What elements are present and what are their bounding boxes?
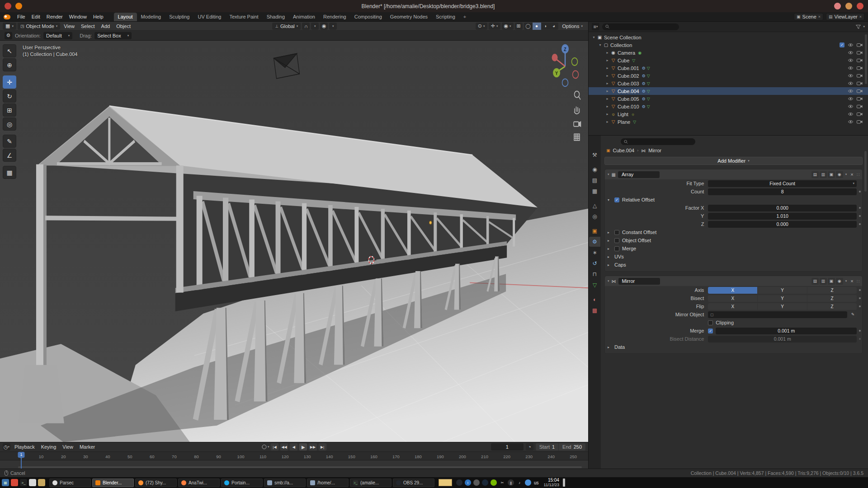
mirror-object-field[interactable]: ▢ xyxy=(708,311,847,318)
properties-tab-render[interactable]: ◉ xyxy=(589,164,600,174)
workspace-tab-geometry-nodes[interactable]: Geometry Nodes xyxy=(386,13,432,21)
transport-play-reverse[interactable]: ◀ xyxy=(290,443,298,450)
workspace-tab-modeling[interactable]: Modeling xyxy=(137,13,165,21)
mirror-extras-dropdown[interactable]: ▾ xyxy=(845,279,847,283)
add-workspace-button[interactable]: + xyxy=(459,13,470,21)
tool-settings-icon[interactable]: ⚙ xyxy=(5,32,12,39)
outliner-row-cube-001[interactable]: ▸▽Cube.001⚙▽ xyxy=(589,64,868,72)
viewport-menu-view[interactable]: View xyxy=(61,23,78,30)
factor-x-field[interactable]: 0.000 xyxy=(708,205,857,211)
properties-tab-view-layer[interactable]: ▦ xyxy=(589,186,600,196)
launcher-terminal[interactable]: >_ xyxy=(20,479,27,486)
section-caps[interactable]: ▸Caps xyxy=(605,261,862,269)
menu-help[interactable]: Help xyxy=(90,13,107,20)
shading-rendered-icon[interactable]: ◕ xyxy=(550,23,558,30)
viewport-menu-select[interactable]: Select xyxy=(78,23,98,30)
render-visibility-icon[interactable] xyxy=(857,43,863,47)
workspace-tab-uv-editing[interactable]: UV Editing xyxy=(193,13,225,21)
merge-checkbox[interactable]: ✓ xyxy=(708,328,713,333)
app-menu[interactable]: ▦ xyxy=(2,479,9,486)
gizmo-x-neg[interactable] xyxy=(573,70,579,78)
tray-nvidia[interactable] xyxy=(491,479,497,486)
clipping-checkbox[interactable] xyxy=(708,320,713,325)
array-on-cage-toggle[interactable]: ▤ xyxy=(811,171,819,178)
bisect-distance-field[interactable]: 0.001 m xyxy=(708,336,857,343)
playhead[interactable] xyxy=(21,458,22,469)
render-visibility-icon[interactable] xyxy=(857,112,863,116)
tool-annotate[interactable]: ✎ xyxy=(3,135,16,148)
workspace-tab-sculpting[interactable]: Sculpting xyxy=(165,13,193,21)
breadcrumb-object[interactable]: Cube.004 xyxy=(613,148,635,153)
render-visibility-icon[interactable] xyxy=(857,66,863,70)
timeline-scrollbar[interactable] xyxy=(18,466,582,468)
taskbar-window-parsec[interactable]: Parsec xyxy=(49,479,91,487)
playhead-frame-badge[interactable]: 1 xyxy=(18,452,24,458)
animate-dot[interactable] xyxy=(859,289,861,291)
relative-offset-section[interactable]: ▾ ✓ Relative Offset xyxy=(605,196,862,204)
scene-selector[interactable]: ▣ Scene × xyxy=(794,13,823,20)
render-visibility-icon[interactable] xyxy=(857,104,863,108)
shading-material-preview-icon[interactable]: ◑ xyxy=(541,23,550,30)
mirror-flip-x-button[interactable]: X xyxy=(708,303,757,310)
array-name-field[interactable]: Array xyxy=(618,171,660,178)
properties-tab-modifiers[interactable]: ⚙ xyxy=(589,237,600,247)
mirror-bisect-z-button[interactable]: Z xyxy=(807,295,857,302)
array-realtime-toggle[interactable]: ▣ xyxy=(828,171,835,178)
tool-select-box[interactable]: ↖ xyxy=(3,44,16,57)
workspace-tab-layout[interactable]: Layout xyxy=(114,13,137,21)
outliner-row-cube-003[interactable]: ▸▽Cube.003⚙▽ xyxy=(589,80,868,87)
taskbar-window-anatwi[interactable]: AnaTwi... xyxy=(178,479,220,487)
editor-type-button[interactable]: ▦▾ xyxy=(3,23,16,30)
taskbar-window-obs-29[interactable]: OBS 29... xyxy=(393,479,434,487)
tray-info[interactable]: i xyxy=(465,479,471,486)
expand-icon[interactable]: ▸ xyxy=(605,89,610,93)
workspace-tab-animation[interactable]: Animation xyxy=(289,13,319,21)
outliner-row-plane[interactable]: ▸▽Plane▽ xyxy=(589,118,868,126)
transport-next-keyframe[interactable]: ▶▶ xyxy=(309,443,317,450)
transport-prev-keyframe[interactable]: ◀◀ xyxy=(280,443,288,450)
xray-toggle[interactable]: ⊞ xyxy=(515,23,523,30)
workspace-tab-compositing[interactable]: Compositing xyxy=(350,13,386,21)
breadcrumb-modifier[interactable]: Mirror xyxy=(648,148,661,153)
timeline-menu-marker[interactable]: Marker xyxy=(76,443,98,450)
section-object-offset[interactable]: ▸Object Offset xyxy=(605,236,862,244)
mirror-edit-mode-toggle[interactable]: ▥ xyxy=(820,278,827,285)
eye-icon[interactable] xyxy=(848,112,854,116)
fit-type-select[interactable]: Fixed Count▾ xyxy=(708,180,857,187)
light-object-dot[interactable] xyxy=(429,221,432,224)
eye-icon[interactable] xyxy=(848,51,854,55)
section-constant-offset[interactable]: ▸Constant Offset xyxy=(605,228,862,236)
frame-start-field[interactable]: Start 1 xyxy=(536,443,558,450)
expand-icon[interactable]: ▸ xyxy=(605,120,610,124)
viewlayer-unlink-icon[interactable]: × xyxy=(859,14,862,19)
outliner-row-cube-005[interactable]: ▸▽Cube.005⚙▽ xyxy=(589,95,868,103)
taskbar-window-72-shy[interactable]: (72) Shy... xyxy=(135,479,177,487)
array-extras-dropdown[interactable]: ▾ xyxy=(845,173,847,176)
tool-measure[interactable]: ∠ xyxy=(3,149,16,162)
mode-select[interactable]: ◳ Object Mode ▾ xyxy=(18,23,60,30)
mirror-on-cage-toggle[interactable]: ▤ xyxy=(811,278,819,285)
expand-icon[interactable]: ▸ xyxy=(605,51,610,55)
properties-tab-object[interactable]: ▣ xyxy=(589,226,600,236)
properties-tab-output[interactable]: ▤ xyxy=(589,175,600,185)
expand-icon[interactable]: ▾ xyxy=(598,43,603,47)
mirror-bisect-x-button[interactable]: X xyxy=(708,295,757,302)
menu-file[interactable]: File xyxy=(14,13,28,20)
animate-dot[interactable] xyxy=(859,215,861,217)
transport-jump-to-end[interactable]: ▶| xyxy=(318,443,326,450)
orientation-setting-select[interactable]: Default ▾ xyxy=(43,32,72,39)
minimize-button[interactable] xyxy=(834,3,841,9)
mirror-axis-y-button[interactable]: Y xyxy=(758,287,807,294)
mirror-bisect-y-button[interactable]: Y xyxy=(758,295,807,302)
timeline-body[interactable]: 1102030405060708090100110120130140150160… xyxy=(0,452,588,469)
array-render-toggle[interactable]: ◉ xyxy=(836,171,843,178)
current-frame-field[interactable]: 1 xyxy=(491,443,524,450)
object-visibility-dropdown[interactable]: ⊙▾ xyxy=(476,23,487,30)
mirror-drag-grip[interactable]: ∷ xyxy=(857,279,859,284)
expand-icon[interactable]: ▸ xyxy=(605,74,610,78)
workspace-tab-shading[interactable]: Shading xyxy=(263,13,289,21)
animate-dot[interactable] xyxy=(859,207,861,209)
gizmo-z-neg[interactable] xyxy=(562,79,568,87)
mirror-axis-x-button[interactable]: X xyxy=(708,287,757,294)
outliner-row-cube-002[interactable]: ▸▽Cube.002⚙▽ xyxy=(589,72,868,80)
